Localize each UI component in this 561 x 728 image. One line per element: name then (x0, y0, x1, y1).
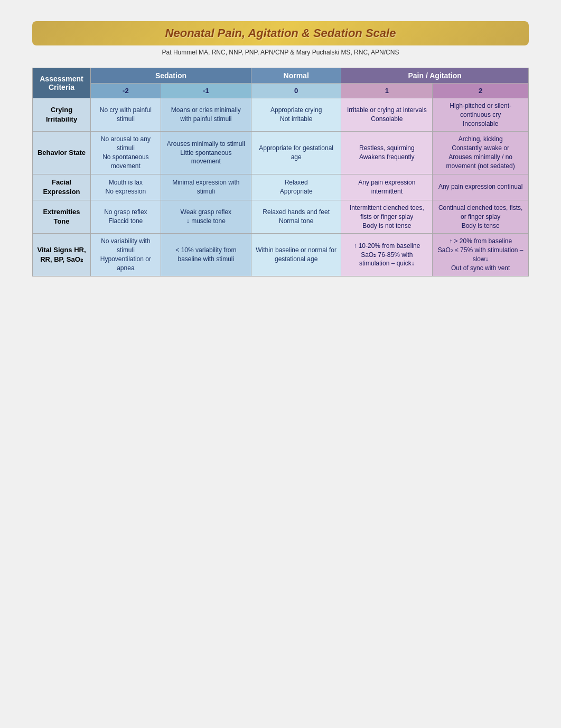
cell-pos2-0: High-pitched or silent-continuous cryInc… (433, 98, 529, 132)
table-row: Crying IrritabilityNo cry with painful s… (33, 98, 529, 132)
cell-pos2-1: Arching, kickingConstantly awake orArous… (433, 132, 529, 174)
header-row-main: Assessment Criteria Sedation Normal Pain… (33, 68, 529, 84)
header-neg2: -2 (91, 84, 161, 98)
header-zero: 0 (251, 84, 341, 98)
cell-zero-2: RelaxedAppropriate (251, 174, 341, 200)
header-pos2: 2 (433, 84, 529, 98)
cell-zero-4: Within baseline or normal for gestationa… (251, 234, 341, 276)
header-pain: Pain / Agitation (341, 68, 529, 84)
assessment-cell-4: Vital Signs HR, RR, BP, SaO₂ (33, 234, 91, 276)
cell-pos1-1: Restless, squirmingAwakens frequently (341, 132, 433, 174)
cell-neg2-3: No grasp reflexFlaccid tone (91, 200, 161, 233)
table-wrapper: Assessment Criteria Sedation Normal Pain… (32, 68, 529, 277)
table-row: Behavior StateNo arousal to any stimuliN… (33, 132, 529, 174)
cell-pos1-4: ↑ 10-20% from baselineSaO₂ 76-85% with s… (341, 234, 433, 276)
header-normal: Normal (251, 68, 341, 84)
cell-neg1-2: Minimal expression with stimuli (161, 174, 251, 200)
table-body: Crying IrritabilityNo cry with painful s… (33, 98, 529, 277)
cell-zero-1: Appropriate for gestational age (251, 132, 341, 174)
cell-neg1-1: Arouses minimally to stimuliLittle spont… (161, 132, 251, 174)
assessment-table: Assessment Criteria Sedation Normal Pain… (32, 68, 529, 277)
cell-neg2-1: No arousal to any stimuliNo spontaneous … (91, 132, 161, 174)
cell-zero-0: Appropriate cryingNot irritable (251, 98, 341, 132)
cell-neg1-0: Moans or cries minimally with painful st… (161, 98, 251, 132)
cell-pos2-4: ↑ > 20% from baselineSaO₂ ≤ 75% with sti… (433, 234, 529, 276)
header-neg1: -1 (161, 84, 251, 98)
assessment-cell-3: Extremities Tone (33, 200, 91, 233)
cell-pos2-2: Any pain expression continual (433, 174, 529, 200)
subtitle: Pat Hummel MA, RNC, NNP, PNP, APN/CNP & … (32, 49, 529, 56)
cell-neg2-4: No variability with stimuliHypoventilati… (91, 234, 161, 276)
header-row-scores: -2 -1 0 1 2 (33, 84, 529, 98)
header-assessment: Assessment Criteria (33, 68, 91, 98)
assessment-cell-0: Crying Irritability (33, 98, 91, 132)
cell-neg2-2: Mouth is laxNo expression (91, 174, 161, 200)
cell-neg1-4: < 10% variability from baseline with sti… (161, 234, 251, 276)
cell-pos1-0: Irritable or crying at intervalsConsolab… (341, 98, 433, 132)
title-area: Neonatal Pain, Agitation & Sedation Scal… (32, 21, 529, 61)
table-row: Vital Signs HR, RR, BP, SaO₂No variabili… (33, 234, 529, 276)
assessment-cell-1: Behavior State (33, 132, 91, 174)
cell-neg1-3: Weak grasp reflex↓ muscle tone (161, 200, 251, 233)
header-pos1: 1 (341, 84, 433, 98)
cell-pos2-3: Continual clenched toes, fists, or finge… (433, 200, 529, 233)
table-row: Extremities ToneNo grasp reflexFlaccid t… (33, 200, 529, 233)
title-banner: Neonatal Pain, Agitation & Sedation Scal… (32, 21, 529, 45)
cell-neg2-0: No cry with painful stimuli (91, 98, 161, 132)
cell-zero-3: Relaxed hands and feetNormal tone (251, 200, 341, 233)
assessment-cell-2: Facial Expression (33, 174, 91, 200)
cell-pos1-2: Any pain expression intermittent (341, 174, 433, 200)
cell-pos1-3: Intermittent clenched toes, fists or fin… (341, 200, 433, 233)
header-sedation: Sedation (91, 68, 251, 84)
table-row: Facial ExpressionMouth is laxNo expressi… (33, 174, 529, 200)
